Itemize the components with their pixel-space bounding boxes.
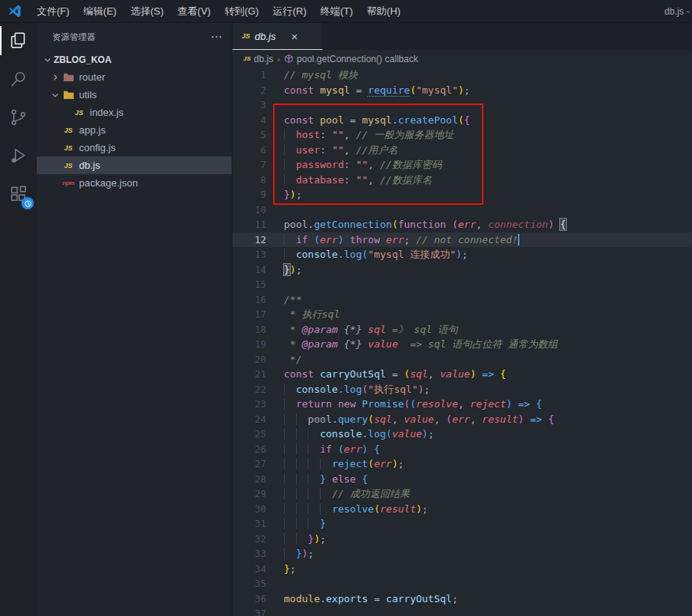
code-line[interactable]: 6 user: "", //用户名 <box>232 143 692 158</box>
search-icon[interactable] <box>0 61 37 97</box>
code-line[interactable]: 30 resolve(result); <box>232 502 692 517</box>
code-line[interactable]: 13 console.log("mysql 连接成功"); <box>232 247 692 262</box>
line-number: 14 <box>232 262 266 278</box>
code-line[interactable]: 27 reject(err); <box>232 456 692 472</box>
line-number: 8 <box>232 173 266 188</box>
menu-item[interactable]: 运行(R) <box>265 5 313 17</box>
line-number: 13 <box>232 247 266 262</box>
code-line[interactable]: 8 database: "", //数据库名 <box>232 173 692 188</box>
code-line[interactable]: 15 <box>232 277 692 292</box>
code-line[interactable]: 16/** <box>232 292 692 308</box>
line-content: if (err) { <box>266 442 380 457</box>
tree-item-label: ZBLOG_KOA <box>54 54 111 65</box>
code-line[interactable]: 33 }); <box>232 546 692 562</box>
line-content: // mysql 模块 <box>266 68 358 83</box>
line-content: host: "", // 一般为服务器地址 <box>266 127 453 143</box>
code-line[interactable]: 5 host: "", // 一般为服务器地址 <box>232 127 692 143</box>
js-file-icon: JS <box>72 109 86 117</box>
menu-item[interactable]: 转到(G) <box>218 5 266 17</box>
breadcrumb-file[interactable]: db.js <box>254 54 273 64</box>
window-title: db.js - z <box>664 0 692 23</box>
title-bar: 文件(F)编辑(E)选择(S)查看(V)转到(G)运行(R)终端(T)帮助(H)… <box>0 0 692 23</box>
code-line[interactable]: 22 console.log("执行sql"); <box>232 382 692 397</box>
code-line[interactable]: 17 * 执行sql <box>232 307 692 322</box>
tree-item-zblog-koa[interactable]: ZBLOG_KOA <box>37 51 232 68</box>
line-number: 35 <box>232 576 266 591</box>
code-line[interactable]: 2const mysql = require("mysql"); <box>232 83 692 98</box>
line-content: } else { <box>266 472 368 487</box>
code-line[interactable]: 25 console.log(value); <box>232 427 692 442</box>
explorer-sidebar: 资源管理器 ⋯ ZBLOG_KOArouterutilsJSindex.jsJS… <box>37 23 232 616</box>
js-file-icon: JS <box>61 127 75 134</box>
tab-db-js[interactable]: JS db.js × <box>232 23 323 50</box>
folder-yellow-folder-icon <box>61 90 75 100</box>
line-number: 22 <box>232 382 266 397</box>
line-content: }; <box>266 562 296 577</box>
code-line[interactable]: 9}); <box>232 187 692 203</box>
symbol-cube-icon <box>284 54 294 64</box>
code-line[interactable]: 19 * @param {*} value => sql 语句占位符 通常为数组 <box>232 337 692 352</box>
code-editor[interactable]: 1// mysql 模块2const mysql = require("mysq… <box>232 68 692 616</box>
code-line[interactable]: 3 <box>232 97 692 113</box>
extensions-icon[interactable] <box>0 176 37 212</box>
code-line[interactable]: 12 if (err) throw err; // not connected! <box>232 232 692 248</box>
menu-item[interactable]: 文件(F) <box>30 5 77 17</box>
code-line[interactable]: 20 */ <box>232 352 692 367</box>
code-line[interactable]: 31 } <box>232 516 692 532</box>
tree-item-db-js[interactable]: JSdb.js <box>37 156 232 174</box>
code-line[interactable]: 37 <box>232 606 692 616</box>
tree-item-label: index.js <box>90 107 124 118</box>
code-line[interactable]: 4const pool = mysql.createPool({ <box>232 113 692 128</box>
tab-bar: JS db.js × <box>232 23 692 50</box>
source-control-icon[interactable] <box>0 100 37 135</box>
code-line[interactable]: 26 if (err) { <box>232 442 692 457</box>
menu-item[interactable]: 编辑(E) <box>77 5 124 17</box>
line-number: 10 <box>232 203 266 218</box>
explorer-more-actions-icon[interactable]: ⋯ <box>211 30 222 44</box>
tree-item-package-json[interactable]: npmpackage.json <box>37 174 232 192</box>
menu-item[interactable]: 查看(V) <box>170 5 217 17</box>
menu-item[interactable]: 终端(T) <box>313 5 360 17</box>
menu-bar: 文件(F)编辑(E)选择(S)查看(V)转到(G)运行(R)终端(T)帮助(H) <box>30 0 407 23</box>
line-number: 29 <box>232 486 266 502</box>
run-debug-icon[interactable] <box>0 138 37 173</box>
tree-item-router[interactable]: router <box>37 68 232 86</box>
extensions-update-badge <box>21 197 34 209</box>
code-line[interactable]: 35 <box>232 576 692 591</box>
code-line[interactable]: 7 password: "", //数据库密码 <box>232 157 692 173</box>
code-line[interactable]: 1// mysql 模块 <box>232 68 692 83</box>
line-content: pool.query(sql, value, (err, result) => … <box>266 412 554 427</box>
menu-item[interactable]: 选择(S) <box>124 5 170 17</box>
tree-item-config-js[interactable]: JSconfig.js <box>37 139 232 156</box>
line-number: 32 <box>232 532 266 547</box>
breadcrumb-symbol[interactable]: pool.getConnection() callback <box>297 54 418 64</box>
tab-close-icon[interactable]: × <box>291 31 298 42</box>
line-number: 31 <box>232 516 266 532</box>
line-number: 12 <box>232 232 266 248</box>
line-content <box>266 576 284 591</box>
line-number: 25 <box>232 427 266 442</box>
explorer-icon[interactable] <box>0 23 37 58</box>
js-file-icon: JS <box>243 55 251 62</box>
vscode-window: 文件(F)编辑(E)选择(S)查看(V)转到(G)运行(R)终端(T)帮助(H)… <box>0 0 692 616</box>
code-line[interactable]: 32 }); <box>232 532 692 547</box>
code-line[interactable]: 24 pool.query(sql, value, (err, result) … <box>232 412 692 427</box>
code-line[interactable]: 21const carryOutSql = (sql, value) => { <box>232 367 692 382</box>
tree-item-utils[interactable]: utils <box>37 86 232 104</box>
tree-item-app-js[interactable]: JSapp.js <box>37 121 232 139</box>
tree-item-index-js[interactable]: JSindex.js <box>37 104 232 121</box>
code-line[interactable]: 36module.exports = carryOutSql; <box>232 591 692 607</box>
line-number: 24 <box>232 412 266 427</box>
code-line[interactable]: 18 * @param {*} sql =》 sql 语句 <box>232 322 692 338</box>
code-line[interactable]: 34}; <box>232 562 692 577</box>
line-content: resolve(result); <box>266 502 428 517</box>
code-line[interactable]: 23 return new Promise((resolve, reject) … <box>232 397 692 412</box>
menu-item[interactable]: 帮助(H) <box>360 5 407 17</box>
line-number: 11 <box>232 217 266 232</box>
code-line[interactable]: 11pool.getConnection(function (err, conn… <box>232 217 692 232</box>
code-line[interactable]: 29 // 成功返回结果 <box>232 486 692 502</box>
code-line[interactable]: 28 } else { <box>232 472 692 487</box>
code-line[interactable]: 10 <box>232 203 692 218</box>
code-line[interactable]: 14}); <box>232 262 692 278</box>
line-content: const carryOutSql = (sql, value) => { <box>266 367 506 382</box>
